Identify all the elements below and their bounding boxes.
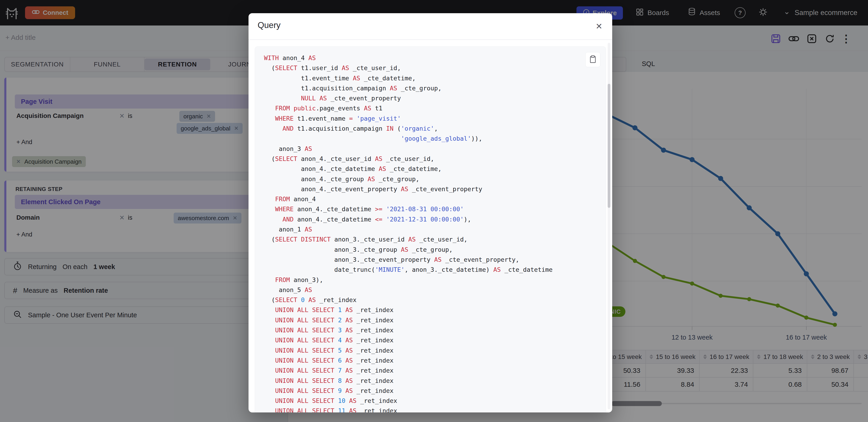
sql-line: WHERE anon_4._cte_datetime >= '2021-08-3… <box>264 204 581 214</box>
modal-scrollbar-thumb[interactable] <box>608 84 610 208</box>
sql-line: anon_4._cte_event_property AS _cte_event… <box>264 184 581 194</box>
sql-line: AND anon_4._cte_datetime <= '2021-12-31 … <box>264 214 581 224</box>
modal-title: Query <box>258 21 281 30</box>
sql-line: FROM anon_3), <box>264 275 581 285</box>
sql-line: UNION ALL SELECT 6 AS _ret_index <box>264 356 581 366</box>
sql-line: date_trunc('MINUTE', anon_3._cte_datetim… <box>264 265 581 275</box>
sql-line: UNION ALL SELECT 11 AS _ret_index <box>264 406 581 413</box>
sql-line: WHERE t1.event_name = 'page_visit' <box>264 114 581 124</box>
query-modal: Query ✕ WITH anon_4 AS (SELECT t1.user_i… <box>249 13 612 413</box>
sql-line: anon_3._cte_event_property AS _cte_event… <box>264 255 581 265</box>
sql-line: anon_3._cte_group AS _cte_group, <box>264 245 581 255</box>
sql-line: UNION ALL SELECT 3 AS _ret_index <box>264 325 581 335</box>
sql-line: WITH anon_4 AS <box>264 53 581 63</box>
sql-line: t1.acquisition_campaign AS _cte_group, <box>264 83 581 93</box>
sql-line: UNION ALL SELECT 4 AS _ret_index <box>264 335 581 345</box>
sql-line: anon_5 AS <box>264 285 581 295</box>
sql-line: (SELECT DISTINCT anon_3._cte_user_id AS … <box>264 235 581 244</box>
sql-line: UNION ALL SELECT 5 AS _ret_index <box>264 345 581 356</box>
app-root: Connect Explore Boards <box>0 0 868 422</box>
sql-line: (SELECT anon_4._cte_user_id AS _cte_user… <box>264 154 581 164</box>
close-icon[interactable]: ✕ <box>593 20 606 33</box>
sql-line: (SELECT 0 AS _ret_index <box>264 295 581 305</box>
sql-line: AND t1.acquisition_campaign IN ('organic… <box>264 124 581 133</box>
sql-line: t1.event_time AS _cte_datetime, <box>264 73 581 83</box>
copy-button[interactable] <box>585 52 600 67</box>
sql-line: UNION ALL SELECT 10 AS _ret_index <box>264 396 581 406</box>
clipboard-icon <box>589 55 596 64</box>
sql-line: UNION ALL SELECT 9 AS _ret_index <box>264 386 581 396</box>
sql-line: UNION ALL SELECT 2 AS _ret_index <box>264 315 581 325</box>
sql-line: UNION ALL SELECT 8 AS _ret_index <box>264 376 581 386</box>
sql-line: FROM public.page_events AS t1 <box>264 103 581 113</box>
sql-line: (SELECT t1.user_id AS _cte_user_id, <box>264 63 581 73</box>
sql-line: anon_4._cte_group AS _cte_group, <box>264 174 581 184</box>
sql-line: anon_4._cte_datetime AS _cte_datetime, <box>264 164 581 174</box>
sql-line: FROM anon_4 <box>264 194 581 204</box>
modal-divider <box>249 39 612 40</box>
sql-line: anon_3 AS <box>264 144 581 154</box>
sql-line: anon_1 AS <box>264 224 581 235</box>
sql-code: WITH anon_4 AS (SELECT t1.user_id AS _ct… <box>264 53 581 413</box>
sql-code-block: WITH anon_4 AS (SELECT t1.user_id AS _ct… <box>255 47 606 413</box>
sql-line: UNION ALL SELECT 7 AS _ret_index <box>264 366 581 375</box>
modal-header: Query ✕ <box>249 13 612 39</box>
sql-line: 'google_ads_global')), <box>264 133 581 144</box>
sql-line: UNION ALL SELECT 1 AS _ret_index <box>264 305 581 315</box>
sql-line: NULL AS _cte_event_property <box>264 93 581 103</box>
